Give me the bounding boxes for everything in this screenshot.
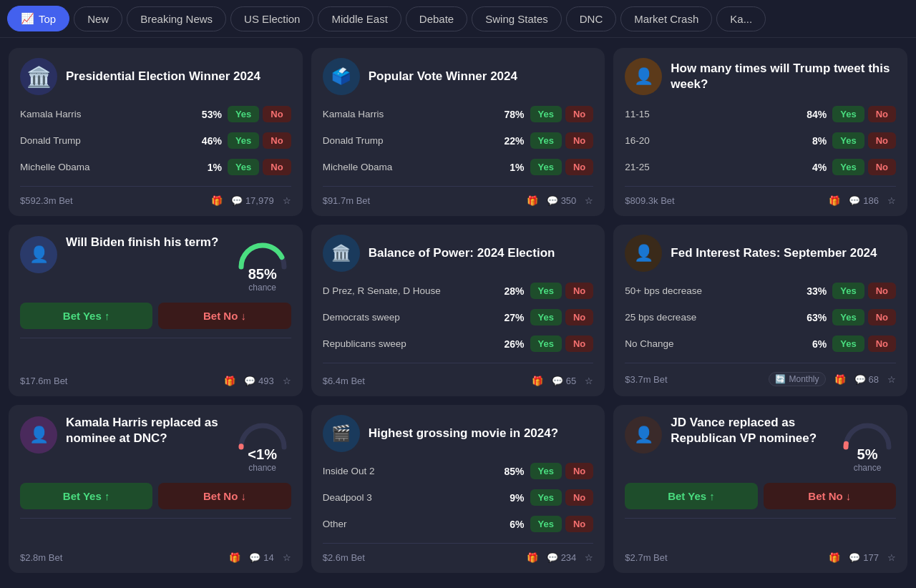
no-button[interactable]: No xyxy=(565,335,593,352)
card-title: How many times will Trump tweet this wee… xyxy=(671,61,896,92)
bet-yes-button[interactable]: Bet Yes ↑ xyxy=(20,303,152,329)
yes-button[interactable]: Yes xyxy=(832,335,864,352)
no-button[interactable]: No xyxy=(565,159,593,175)
star-button[interactable]: ☆ xyxy=(585,376,593,386)
option-label: Michelle Obama xyxy=(323,162,497,172)
yes-button[interactable]: Yes xyxy=(530,132,562,149)
comment-button[interactable]: 💬 177 xyxy=(849,552,879,563)
gift-button[interactable]: 🎁 xyxy=(527,195,538,206)
gift-button[interactable]: 🎁 xyxy=(527,552,538,563)
star-button[interactable]: ☆ xyxy=(887,374,896,385)
bet-no-button[interactable]: Bet No ↓ xyxy=(764,483,896,509)
star-button[interactable]: ☆ xyxy=(887,195,896,206)
comment-button[interactable]: 💬 65 xyxy=(552,376,576,386)
nav-item-dnc[interactable]: DNC xyxy=(566,6,617,31)
yes-button[interactable]: Yes xyxy=(530,309,562,325)
yes-button[interactable]: Yes xyxy=(832,283,864,299)
gift-button[interactable]: 🎁 xyxy=(829,195,840,206)
no-button[interactable]: No xyxy=(868,309,896,325)
no-button[interactable]: No xyxy=(868,159,896,175)
yes-button[interactable]: Yes xyxy=(228,159,259,175)
nav-item-breaking[interactable]: Breaking News xyxy=(127,6,226,31)
no-button[interactable]: No xyxy=(868,283,896,299)
option-pct: 8% xyxy=(799,135,827,147)
yes-button[interactable]: Yes xyxy=(832,309,864,325)
bet-no-button[interactable]: Bet No ↓ xyxy=(158,303,291,329)
option-label: 25 bps decrease xyxy=(625,312,799,323)
gift-button[interactable]: 🎁 xyxy=(834,374,846,385)
gift-button[interactable]: 🎁 xyxy=(224,376,235,386)
star-button[interactable]: ☆ xyxy=(283,552,291,563)
yes-button[interactable]: Yes xyxy=(530,335,562,352)
nav-item-middleeast[interactable]: Middle East xyxy=(318,6,401,31)
yes-button[interactable]: Yes xyxy=(228,106,259,122)
no-button[interactable]: No xyxy=(565,132,593,149)
yes-button[interactable]: Yes xyxy=(832,159,864,175)
no-button[interactable]: No xyxy=(565,489,593,506)
gift-button[interactable]: 🎁 xyxy=(532,376,543,386)
gift-button[interactable]: 🎁 xyxy=(229,552,240,563)
option-row: 16-20 8% Yes No xyxy=(625,130,896,151)
footer-icons: 🎁 💬 186 ☆ xyxy=(829,195,896,206)
gift-button[interactable]: 🎁 xyxy=(829,552,840,563)
yes-button[interactable]: Yes xyxy=(530,106,562,122)
no-button[interactable]: No xyxy=(868,132,896,149)
yes-button[interactable]: Yes xyxy=(530,463,562,479)
yes-button[interactable]: Yes xyxy=(530,489,562,506)
no-button[interactable]: No xyxy=(263,132,291,149)
nav-item-marketcrash[interactable]: Market Crash xyxy=(620,6,712,31)
gauge-value: <1% xyxy=(248,446,277,463)
bet-yes-button[interactable]: Bet Yes ↑ xyxy=(625,483,757,509)
comment-button[interactable]: 💬 234 xyxy=(547,552,577,563)
bet-buttons: Bet Yes ↑ Bet No ↓ xyxy=(20,483,291,509)
yes-button[interactable]: Yes xyxy=(832,106,864,122)
no-button[interactable]: No xyxy=(565,516,593,532)
option-pct: 1% xyxy=(497,162,525,173)
nav-item-uselection[interactable]: US Election xyxy=(230,6,313,31)
nav-item-debate[interactable]: Debate xyxy=(406,6,467,31)
no-button[interactable]: No xyxy=(263,159,291,175)
no-button[interactable]: No xyxy=(868,335,896,352)
yes-button[interactable]: Yes xyxy=(530,159,562,175)
chance-card-inner: 👤 Will Biden finish his term? 85% chance xyxy=(20,235,291,293)
comment-button[interactable]: 💬 17,979 xyxy=(231,195,274,206)
yes-button[interactable]: Yes xyxy=(530,516,562,532)
star-button[interactable]: ☆ xyxy=(887,552,896,563)
card-footer: $17.6m Bet 🎁 💬 493 ☆ xyxy=(20,376,291,386)
card-kamala-replaced: 👤 Kamala Harris replaced as nominee at D… xyxy=(9,405,303,573)
gift-button[interactable]: 🎁 xyxy=(211,195,223,206)
yes-button[interactable]: Yes xyxy=(228,132,259,149)
yes-button[interactable]: Yes xyxy=(832,132,864,149)
no-button[interactable]: No xyxy=(565,463,593,479)
no-button[interactable]: No xyxy=(868,106,896,122)
footer-icons: 🎁 💬 65 ☆ xyxy=(532,376,593,386)
nav-item-new[interactable]: New xyxy=(74,6,122,31)
star-button[interactable]: ☆ xyxy=(283,195,291,206)
no-button[interactable]: No xyxy=(565,309,593,325)
comment-button[interactable]: 💬 493 xyxy=(244,376,274,386)
option-row: Kamala Harris 78% Yes No xyxy=(323,104,594,124)
no-button[interactable]: No xyxy=(263,106,291,122)
bet-amount: $2.7m Bet xyxy=(625,552,667,563)
yes-button[interactable]: Yes xyxy=(530,283,562,299)
no-button[interactable]: No xyxy=(565,106,593,122)
no-button[interactable]: No xyxy=(565,283,593,299)
star-button[interactable]: ☆ xyxy=(585,552,593,563)
bet-yes-button[interactable]: Bet Yes ↑ xyxy=(20,483,152,509)
card-footer: $91.7m Bet 🎁 💬 350 ☆ xyxy=(323,195,594,206)
nav-item-swingstates[interactable]: Swing States xyxy=(472,6,562,31)
comment-button[interactable]: 💬 68 xyxy=(854,374,879,385)
star-button[interactable]: ☆ xyxy=(283,376,291,386)
avatar: 👤 xyxy=(625,416,662,454)
comment-button[interactable]: 💬 14 xyxy=(249,552,273,563)
option-label: 11-15 xyxy=(625,109,799,119)
nav-item-ka[interactable]: Ka... xyxy=(716,6,766,31)
bet-no-button[interactable]: Bet No ↓ xyxy=(158,483,291,509)
comment-button[interactable]: 💬 186 xyxy=(849,195,879,206)
nav-item-top[interactable]: 📈 Top xyxy=(7,6,69,31)
card-header: 👤 Fed Interest Rates: September 2024 xyxy=(625,235,896,272)
comment-button[interactable]: 💬 350 xyxy=(547,195,577,206)
star-button[interactable]: ☆ xyxy=(585,195,593,206)
option-label: Michelle Obama xyxy=(20,162,195,172)
card-footer: $3.7m Bet 🔄 Monthly 🎁 💬 68 ☆ xyxy=(625,372,896,386)
